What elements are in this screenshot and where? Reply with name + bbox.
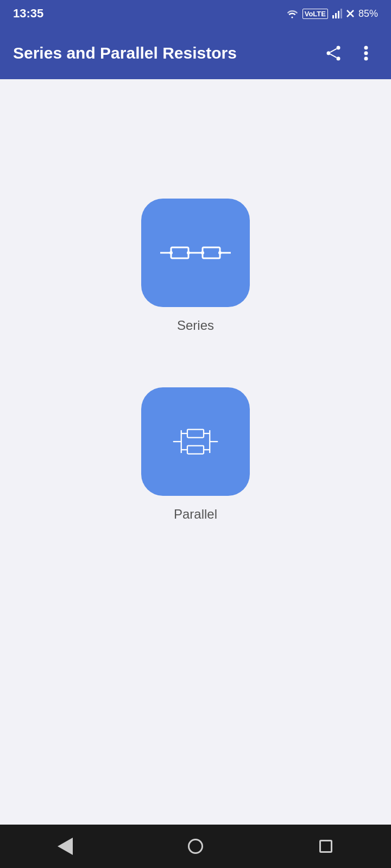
status-time: 13:35	[13, 7, 43, 21]
svg-point-8	[337, 57, 340, 61]
more-options-icon	[364, 45, 368, 61]
svg-rect-0	[332, 15, 334, 18]
battery-status: 85%	[358, 8, 378, 20]
back-button[interactable]	[49, 830, 81, 863]
app-bar-actions	[321, 41, 378, 65]
app-bar-title: Series and Parallel Resistors	[13, 44, 321, 62]
wifi-icon	[286, 9, 298, 18]
series-icon-box	[141, 199, 250, 307]
svg-point-19	[169, 251, 173, 254]
home-icon	[188, 839, 203, 854]
share-button[interactable]	[321, 41, 345, 65]
parallel-button[interactable]: Parallel	[141, 387, 250, 522]
svg-rect-1	[335, 13, 337, 18]
share-icon	[325, 45, 342, 61]
svg-point-11	[364, 46, 368, 50]
svg-line-10	[330, 54, 336, 58]
svg-point-12	[364, 52, 368, 55]
recents-icon	[319, 840, 332, 853]
svg-point-22	[218, 251, 222, 254]
parallel-circuit-icon	[160, 425, 231, 458]
svg-point-6	[337, 46, 340, 50]
svg-point-20	[187, 251, 190, 254]
home-button[interactable]	[179, 830, 212, 863]
main-content: Series	[0, 79, 391, 825]
svg-rect-2	[338, 11, 339, 18]
svg-rect-3	[340, 9, 342, 18]
back-icon	[58, 838, 73, 855]
recents-button[interactable]	[310, 830, 342, 863]
svg-rect-31	[187, 446, 204, 454]
nav-bar	[0, 825, 391, 868]
svg-point-21	[201, 251, 204, 254]
svg-point-7	[327, 52, 331, 55]
svg-rect-28	[187, 430, 204, 438]
series-label: Series	[177, 318, 214, 333]
series-button[interactable]: Series	[141, 199, 250, 333]
more-options-button[interactable]	[354, 41, 378, 65]
svg-rect-15	[171, 247, 188, 258]
status-bar: 13:35 VoLTE 85%	[0, 0, 391, 27]
parallel-icon-box	[141, 387, 250, 496]
parallel-label: Parallel	[174, 507, 217, 522]
no-signal-icon	[346, 10, 354, 17]
svg-line-9	[330, 49, 336, 52]
status-icons: VoLTE 85%	[286, 8, 378, 20]
app-bar: Series and Parallel Resistors	[0, 27, 391, 79]
signal-icon	[332, 9, 342, 18]
series-circuit-icon	[160, 237, 231, 269]
volte-icon: VoLTE	[302, 9, 328, 19]
svg-point-13	[364, 57, 368, 61]
svg-rect-17	[203, 247, 220, 258]
